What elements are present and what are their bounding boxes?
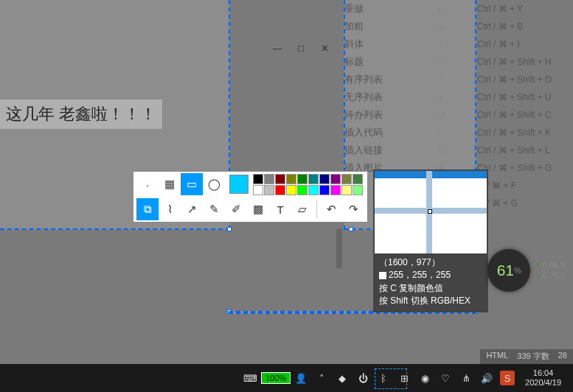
menu-item[interactable]: 插入代码‹›Ctrl / ⌘ + Shift + K — [344, 124, 573, 141]
color-swatch[interactable] — [297, 174, 308, 184]
wifi-icon[interactable]: ⋔ — [459, 371, 473, 385]
status-bar: HTML 339 字数 28 — [480, 349, 573, 364]
scrollbar-thumb[interactable] — [336, 228, 342, 269]
copy-tool[interactable]: ⧉ — [136, 198, 159, 220]
menu-item[interactable]: 无序列表≡Ctrl / ⌘ + Shift + U — [344, 88, 573, 106]
color-swatch[interactable] — [319, 185, 330, 195]
menu-item[interactable]: 斜体ICtrl / ⌘ + I — [344, 35, 573, 53]
speed-down: 0.7K/s — [536, 270, 566, 281]
menu-item[interactable]: 待办列表☑Ctrl / ⌘ + Shift + C — [344, 106, 573, 124]
chevron-up-icon[interactable]: ˄ — [314, 371, 329, 385]
maximize-button[interactable]: □ — [296, 43, 306, 53]
sync-icon[interactable]: ◉ — [417, 371, 432, 385]
menu-item[interactable]: 插入链接⌘Ctrl / ⌘ + Shift + L — [344, 141, 573, 159]
close-button[interactable]: ✕ — [319, 43, 330, 53]
color-swatch[interactable] — [275, 185, 285, 195]
editor-text: 这几年 老鑫啦！！！ — [0, 99, 162, 129]
speed-circle[interactable]: 61% — [487, 249, 530, 292]
ellipse-tool[interactable]: ◯ — [203, 173, 225, 195]
eraser-tool[interactable]: ▱ — [291, 198, 313, 220]
zoom-canvas — [375, 171, 487, 253]
color-swatch[interactable] — [297, 185, 308, 195]
hatch-tool[interactable]: ▦ — [159, 173, 181, 195]
menu-item[interactable]: 有序列表≡Ctrl / ⌘ + Shift + O — [344, 71, 573, 88]
tablet-mode-icon[interactable]: ⌨ — [243, 371, 258, 385]
color-swatch[interactable] — [253, 174, 263, 184]
arrow-tool[interactable]: ↗ — [181, 198, 203, 220]
color-chip — [379, 272, 386, 279]
zoom-badge[interactable]: 100% — [261, 372, 291, 384]
zoom-info: （1600，977） 255，255，255 按 C 复制颜色值 按 Shift… — [375, 253, 487, 311]
volume-icon[interactable]: 🔊 — [479, 371, 494, 385]
undo-button[interactable]: ↶ — [320, 198, 342, 220]
selection-handle[interactable] — [227, 227, 232, 231]
color-swatch[interactable] — [341, 185, 352, 195]
color-swatch[interactable] — [286, 185, 296, 195]
color-swatch[interactable] — [308, 185, 319, 195]
rect-tool[interactable]: ▭ — [181, 173, 203, 195]
selection-handle[interactable] — [349, 227, 353, 231]
status-extra: 28 — [558, 351, 567, 363]
speed-widget: 61% 0.8K/s 0.7K/s — [487, 249, 566, 292]
color-swatch[interactable] — [353, 174, 363, 184]
tray-app-icon[interactable]: ◆ — [335, 371, 350, 385]
dot-tool[interactable]: · — [136, 173, 159, 195]
taskbar-selection — [375, 368, 407, 389]
menu-item[interactable]: 重做↻Ctrl / ⌘ + Y — [344, 0, 573, 18]
text-tool[interactable]: T — [269, 198, 291, 220]
zoom-hint-2: 按 Shift 切换 RGB/HEX — [379, 295, 482, 307]
taskbar-clock[interactable]: 16:04 2020/4/19 — [525, 368, 561, 388]
power-icon[interactable]: ⏻ — [355, 371, 370, 385]
status-wordcount: 339 字数 — [517, 351, 549, 363]
color-swatch[interactable] — [275, 174, 285, 184]
zoom-rgb: 255，255，255 — [389, 270, 451, 280]
people-icon[interactable]: 👤 — [294, 371, 308, 385]
color-swatch[interactable] — [341, 174, 352, 184]
color-swatch[interactable] — [319, 174, 330, 184]
color-swatch[interactable] — [353, 185, 363, 195]
annotation-toolbar: · ▦ ▭ ◯ ⧉ ⌇ ↗ ✎ ✐ ▩ T ▱ ↶ ↷ — [133, 171, 368, 223]
color-swatch[interactable] — [264, 185, 274, 195]
color-swatch[interactable] — [286, 174, 296, 184]
status-lang: HTML — [486, 351, 508, 363]
menu-item[interactable]: 加粗BCtrl / ⌘ + B — [344, 18, 573, 35]
zoom-coords: （1600，977） — [379, 256, 482, 269]
menu-item[interactable]: 标题HCtrl / ⌘ + Shift + H — [344, 53, 573, 71]
pen-tool[interactable]: ✎ — [203, 198, 225, 220]
color-swatch[interactable] — [253, 185, 263, 195]
polyline-tool[interactable]: ⌇ — [159, 198, 181, 220]
pixel-zoom-view: （1600，977） 255，255，255 按 C 复制颜色值 按 Shift… — [373, 169, 488, 312]
minimize-button[interactable]: — — [272, 43, 282, 53]
current-color[interactable] — [229, 175, 249, 194]
color-swatch[interactable] — [308, 174, 319, 184]
window-controls: — □ ✕ — [272, 43, 330, 53]
zoom-hint-1: 按 C 复制颜色值 — [379, 282, 482, 295]
ime-icon[interactable]: S — [500, 371, 515, 385]
color-swatch[interactable] — [330, 185, 341, 195]
shield-icon[interactable]: ♡ — [438, 371, 453, 385]
speed-up: 0.8K/s — [536, 259, 566, 270]
color-swatch[interactable] — [264, 174, 274, 184]
taskbar: ⌨ 100% 👤 ˄ ◆ ⏻ ᛒ ⊞ ◉ ♡ ⋔ 🔊 S 16:04 2020/… — [0, 364, 573, 392]
redo-button[interactable]: ↷ — [342, 198, 364, 220]
color-palette — [253, 174, 363, 195]
color-swatch[interactable] — [330, 174, 341, 184]
mosaic-tool[interactable]: ▩ — [247, 198, 269, 220]
divider — [316, 200, 317, 218]
marker-tool[interactable]: ✐ — [225, 198, 247, 220]
